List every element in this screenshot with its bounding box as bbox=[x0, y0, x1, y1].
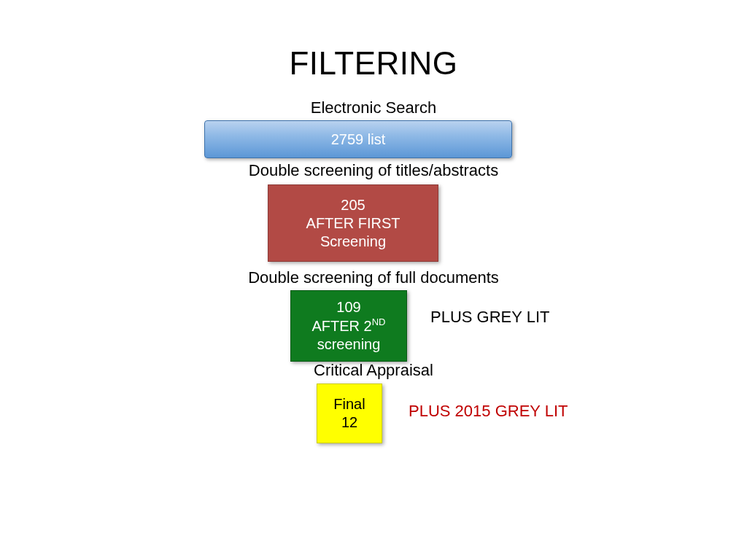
step3-count: 109 bbox=[336, 298, 360, 316]
step4-side-note: PLUS 2015 GREY LIT bbox=[409, 402, 568, 421]
step4-count: 12 bbox=[341, 413, 357, 432]
step4-box: Final 12 bbox=[317, 384, 382, 443]
step2-count: 205 bbox=[341, 196, 365, 214]
step1-box-text: 2759 list bbox=[331, 131, 386, 149]
slide-title: FILTERING bbox=[0, 45, 747, 82]
step3-line2: AFTER 2ND bbox=[311, 316, 385, 335]
step4-label: Critical Appraisal bbox=[0, 361, 747, 380]
step3-side-note: PLUS GREY LIT bbox=[430, 308, 549, 327]
step2-line2: AFTER FIRST bbox=[306, 214, 400, 233]
filtering-slide: FILTERING Electronic Search 2759 list Do… bbox=[0, 0, 747, 560]
step4-line1: Final bbox=[333, 395, 365, 413]
step2-box: 205 AFTER FIRST Screening bbox=[268, 184, 438, 262]
step3-box: 109 AFTER 2ND screening bbox=[290, 290, 407, 362]
step3-line3: screening bbox=[317, 335, 381, 354]
step1-label: Electronic Search bbox=[0, 98, 747, 117]
step3-label: Double screening of full documents bbox=[0, 268, 747, 287]
step2-line3: Screening bbox=[320, 233, 386, 251]
step2-label: Double screening of titles/abstracts bbox=[0, 161, 747, 180]
step1-box: 2759 list bbox=[204, 120, 512, 158]
